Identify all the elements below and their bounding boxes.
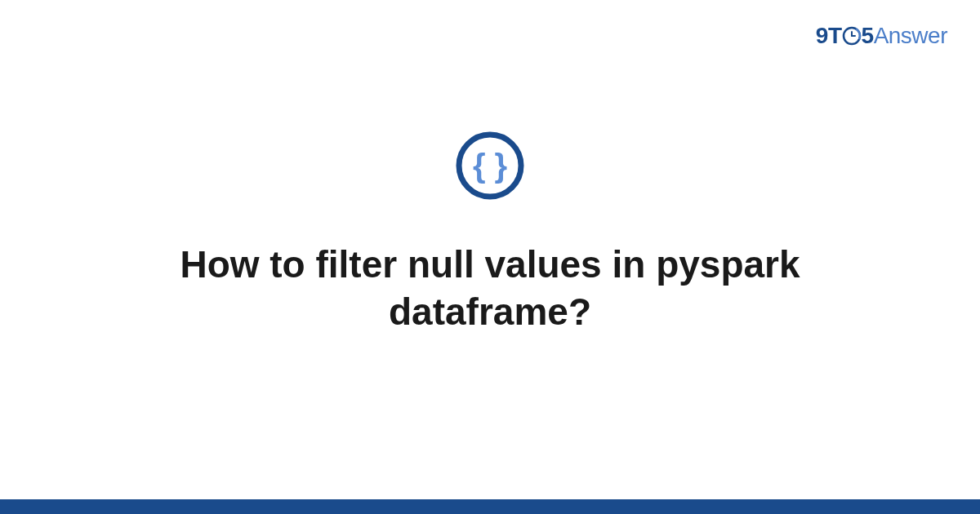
footer-accent-bar bbox=[0, 499, 980, 514]
svg-text:{ }: { } bbox=[473, 148, 507, 184]
main-content: { } How to filter null values in pyspark… bbox=[0, 0, 980, 514]
question-title: How to filter null values in pyspark dat… bbox=[82, 241, 898, 335]
code-braces-icon: { } bbox=[454, 130, 526, 205]
